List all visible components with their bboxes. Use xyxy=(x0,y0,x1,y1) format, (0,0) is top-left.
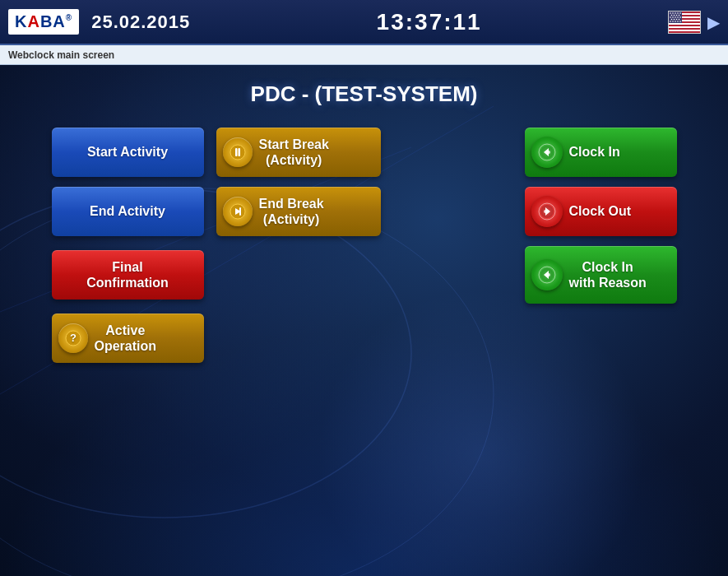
logo-area: KABA® 25.02.2015 xyxy=(8,9,190,35)
svg-point-35 xyxy=(230,145,245,160)
start-break-icon xyxy=(223,137,253,167)
svg-point-19 xyxy=(675,16,676,18)
svg-point-18 xyxy=(672,16,674,18)
page-title-area: PDC - (TEST-SYSTEM) xyxy=(0,65,728,119)
time-display: 13:37:11 xyxy=(377,9,482,35)
svg-point-24 xyxy=(676,18,678,20)
end-break-icon xyxy=(223,197,253,226)
main-content: PDC - (TEST-SYSTEM) Start Activity Start… xyxy=(0,65,728,576)
final-confirmation-label: FinalConfirmation xyxy=(86,259,169,290)
svg-point-15 xyxy=(676,14,678,16)
end-activity-button[interactable]: End Activity xyxy=(52,187,204,236)
subheader-label: Webclock main screen xyxy=(8,49,114,61)
svg-point-20 xyxy=(677,16,679,18)
header: KABA® 25.02.2015 13:37:11 xyxy=(0,0,728,45)
clock-in-with-reason-button[interactable]: Clock Inwith Reason xyxy=(525,246,677,304)
clock-in-reason-icon xyxy=(531,259,563,290)
svg-rect-5 xyxy=(669,26,701,28)
svg-point-22 xyxy=(671,18,673,20)
final-confirmation-button[interactable]: FinalConfirmation xyxy=(52,250,204,300)
svg-point-10 xyxy=(675,12,676,14)
svg-point-8 xyxy=(670,12,671,14)
svg-rect-4 xyxy=(669,23,701,25)
svg-point-29 xyxy=(677,21,679,22)
svg-point-48 xyxy=(547,273,550,276)
svg-point-45 xyxy=(544,210,547,213)
svg-point-11 xyxy=(677,12,679,14)
start-break-label: Start Break(Activity) xyxy=(259,137,329,168)
svg-rect-36 xyxy=(235,148,238,156)
svg-point-13 xyxy=(671,14,673,16)
svg-point-28 xyxy=(675,21,676,22)
flag-area: ▶ xyxy=(668,11,720,34)
svg-point-27 xyxy=(672,21,674,22)
active-operation-button[interactable]: ? ActiveOperation xyxy=(52,314,204,363)
active-operation-label: ActiveOperation xyxy=(95,323,157,354)
svg-point-30 xyxy=(679,21,681,22)
svg-point-16 xyxy=(679,14,680,16)
clock-out-icon xyxy=(531,196,563,227)
svg-rect-6 xyxy=(669,30,701,31)
svg-text:?: ? xyxy=(70,332,77,344)
start-activity-button[interactable]: Start Activity xyxy=(52,128,204,177)
subheader-bar: Webclock main screen xyxy=(0,45,728,65)
active-operation-icon: ? xyxy=(58,323,88,353)
svg-point-23 xyxy=(674,18,675,20)
page-title: PDC - (TEST-SYSTEM) xyxy=(0,81,728,107)
svg-rect-37 xyxy=(238,148,240,156)
svg-point-25 xyxy=(679,18,680,20)
clock-in-icon xyxy=(531,137,563,168)
svg-point-21 xyxy=(679,16,681,18)
svg-point-14 xyxy=(674,14,675,16)
us-flag xyxy=(668,11,701,34)
clock-out-button[interactable]: Clock Out xyxy=(525,187,677,236)
date-display: 25.02.2015 xyxy=(91,12,190,33)
svg-point-12 xyxy=(679,12,681,14)
buttons-panel: Start Activity Start Break(Activity) xyxy=(27,119,702,371)
kaba-logo: KABA® xyxy=(8,9,79,35)
end-break-label: End Break(Activity) xyxy=(259,196,324,227)
clock-in-button[interactable]: Clock In xyxy=(525,128,677,177)
start-break-button[interactable]: Start Break(Activity) xyxy=(216,128,381,177)
end-break-button[interactable]: End Break(Activity) xyxy=(216,187,381,236)
svg-point-9 xyxy=(672,12,674,14)
svg-point-26 xyxy=(670,21,671,22)
svg-point-17 xyxy=(670,16,671,18)
svg-point-40 xyxy=(547,151,550,154)
navigation-arrow[interactable]: ▶ xyxy=(707,12,720,32)
clock-in-reason-label: Clock Inwith Reason xyxy=(569,259,647,290)
clock-out-label: Clock Out xyxy=(569,203,632,219)
clock-in-label: Clock In xyxy=(569,144,620,160)
